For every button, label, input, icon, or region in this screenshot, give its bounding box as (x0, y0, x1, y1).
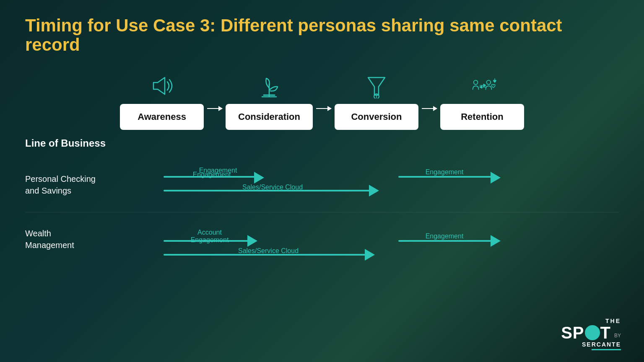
svg-point-3 (474, 80, 478, 85)
retention-icon (465, 71, 499, 101)
row-divider (25, 212, 619, 212)
stage-consideration-col: Consideration (226, 71, 313, 130)
logo-sp: SP (561, 324, 584, 341)
svg-marker-10 (493, 81, 496, 83)
svg-marker-5 (483, 84, 486, 87)
sales-service-label-2: Sales/Service Cloud (205, 247, 331, 255)
awareness-box: Awareness (120, 104, 204, 130)
acct-engagement-label: AccountEngagement (164, 229, 256, 244)
logo-spot-row: SP T BY (561, 324, 621, 341)
stage-awareness-col: Awareness (120, 71, 204, 130)
arrow-3 (418, 108, 440, 109)
lob-title: Line of Business (25, 137, 619, 149)
sales-service-arrowhead-1 (369, 185, 379, 197)
page-title: Timing for Use Case 3: Different persona… (0, 0, 644, 63)
logo-underline (592, 349, 621, 350)
lob-label-personal: Personal Checkingand Savings (25, 173, 109, 197)
engagement-label-2: Engagement (402, 168, 486, 176)
svg-marker-7 (480, 86, 482, 88)
arrow-2 (313, 108, 335, 109)
logo-sercante: SERCANTE (582, 341, 621, 348)
logo-o-circle (585, 325, 600, 340)
conversion-box: Conversion (335, 104, 418, 130)
stage-conversion-col: Conversion (335, 71, 418, 130)
consideration-icon (252, 71, 286, 101)
conversion-icon (360, 71, 393, 101)
logo-by: BY (614, 333, 621, 339)
lob-label-wealth: WealthManagement (25, 228, 74, 251)
logo-area: THE SP T BY SERCANTE (561, 318, 621, 350)
sales-service-label-1: Sales/Service Cloud (210, 184, 335, 191)
sales-service-arrowhead-2 (365, 249, 375, 261)
engagement-label-3: Engagement (402, 233, 486, 240)
retention-box: Retention (440, 104, 524, 130)
awareness-icon (145, 71, 179, 101)
stage-retention-col: Retention (440, 71, 524, 130)
engagement-arrowhead-3 (491, 235, 501, 247)
engagement-label-1-text: Engagement (159, 171, 264, 178)
arrow-1 (204, 108, 226, 109)
engagement-arrow-3 (398, 240, 495, 242)
engagement-arrowhead-2 (491, 172, 501, 184)
acct-engagement-arrowhead (247, 235, 257, 247)
logo-sercante-block: SERCANTE (582, 341, 621, 350)
stages-row: Awareness Consideration (0, 67, 644, 130)
engagement-arrow-2 (398, 176, 495, 178)
logo-block: THE SP T BY SERCANTE (561, 318, 621, 350)
svg-point-8 (486, 80, 491, 85)
engagement-arrowhead-1 (254, 172, 264, 184)
consideration-box: Consideration (226, 104, 313, 130)
lob-section: Line of Business Personal Checkingand Sa… (0, 130, 644, 267)
logo-t: T (600, 324, 611, 341)
